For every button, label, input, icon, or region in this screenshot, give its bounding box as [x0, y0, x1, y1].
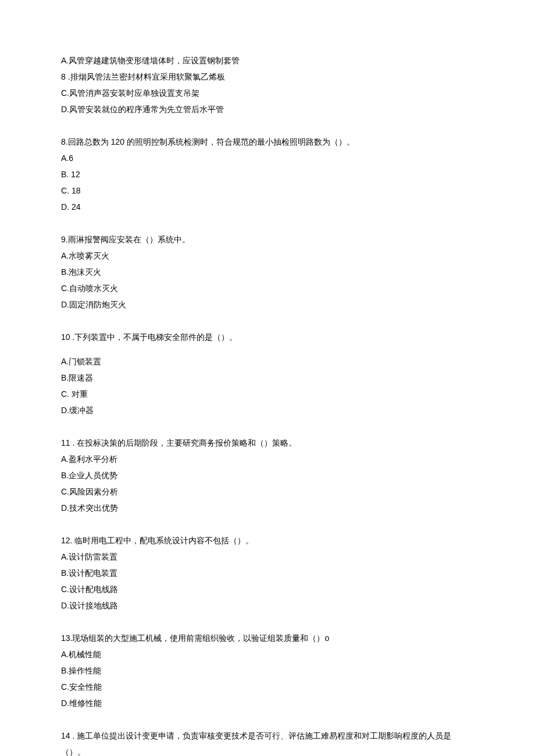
stem-prefix: 14: [61, 731, 70, 740]
option-d: D. 24: [61, 199, 474, 215]
option-d: D.设计接地线路: [61, 597, 474, 614]
option-d: D.维修性能: [61, 695, 474, 711]
option-a: A.水喷雾灭火: [61, 248, 474, 264]
option-b: B.企业人员优势: [61, 467, 474, 483]
option-a: A.盈利水平分析: [61, 451, 474, 467]
option-a: A.风管穿越建筑物变形缝墙体时，应设置钢制套管: [61, 52, 474, 69]
stem-prefix: 11: [61, 438, 70, 447]
question-10: 10 .下列装置中，不属于电梯安全部件的是（）。 A.门锁装置 B.限速器 C.…: [61, 329, 474, 418]
option-c: C.设计配电线路: [61, 581, 474, 597]
question-7-options: A.风管穿越建筑物变形缝墙体时，应设置钢制套管 8 .排烟风管法兰密封材料宜采用…: [61, 52, 474, 117]
option-a: A.6: [61, 150, 474, 166]
question-12: 12. 临时用电工程中，配电系统设计内容不包括（）。 A.设计防雷装置 B.设计…: [61, 532, 474, 614]
option-a: A.机械性能: [61, 646, 474, 662]
question-stem: 8.回路总数为 120 的照明控制系统检测时，符合规范的最小抽检照明路数为（）。: [61, 134, 474, 150]
option-b: B.设计配电装置: [61, 565, 474, 581]
option-c: C.风险因素分析: [61, 483, 474, 500]
question-8: 8.回路总数为 120 的照明控制系统检测时，符合规范的最小抽检照明路数为（）。…: [61, 134, 474, 215]
option-d: D.缓冲器: [61, 402, 474, 418]
option-b: B.泡沫灭火: [61, 264, 474, 280]
option-c: C. 18: [61, 182, 474, 199]
option-a: A.门锁装置: [61, 353, 474, 370]
question-stem: 10 .下列装置中，不属于电梯安全部件的是（）。: [61, 329, 474, 345]
question-stem: 13.现场组装的大型施工机械，使用前需组织验收，以验证组装质量和（）o: [61, 630, 474, 646]
option-b: B.限速器: [61, 370, 474, 386]
stem-text: . 施工单位提出设计变更申请，负责审核变更技术是否可行、评估施工难易程度和对工期…: [61, 731, 451, 756]
stem-prefix: 10: [61, 332, 70, 342]
question-13: 13.现场组装的大型施工机械，使用前需组织验收，以验证组装质量和（）o A.机械…: [61, 630, 474, 711]
question-stem: 14 . 施工单位提出设计变更申请，负责审核变更技术是否可行、评估施工难易程度和…: [61, 728, 474, 756]
option-b-prefix: 8: [61, 72, 66, 81]
option-c: C.自动喷水灭火: [61, 280, 474, 296]
option-c: C.风管消声器安装时应单独设置支吊架: [61, 85, 474, 101]
option-c: C. 对重: [61, 386, 474, 402]
option-b: B.操作性能: [61, 662, 474, 679]
question-stem: 9.雨淋报警阀应安装在（）系统中。: [61, 231, 474, 248]
option-d: D.技术突出优势: [61, 500, 474, 516]
option-a: A.设计防雷装置: [61, 549, 474, 565]
option-d: D.风管安装就位的程序通常为先立管后水平管: [61, 101, 474, 117]
question-stem: 11 . 在投标决策的后期阶段，主要研究商务报价策略和（）策略。: [61, 435, 474, 451]
option-b: 8 .排烟风管法兰密封材料宜采用软聚氯乙烯板: [61, 69, 474, 85]
question-14: 14 . 施工单位提出设计变更申请，负责审核变更技术是否可行、评估施工难易程度和…: [61, 728, 474, 756]
option-b: B. 12: [61, 166, 474, 182]
question-11: 11 . 在投标决策的后期阶段，主要研究商务报价策略和（）策略。 A.盈利水平分…: [61, 435, 474, 516]
spacer: [61, 345, 474, 353]
option-d: D.固定消防炮灭火: [61, 296, 474, 313]
option-c: C.安全性能: [61, 679, 474, 695]
question-9: 9.雨淋报警阀应安装在（）系统中。 A.水喷雾灭火 B.泡沫灭火 C.自动喷水灭…: [61, 231, 474, 313]
question-stem: 12. 临时用电工程中，配电系统设计内容不包括（）。: [61, 532, 474, 549]
option-b-text: .排烟风管法兰密封材料宜采用软聚氯乙烯板: [66, 72, 225, 81]
stem-text: . 在投标决策的后期阶段，主要研究商务报价策略和（）策略。: [70, 438, 297, 447]
stem-text: .下列装置中，不属于电梯安全部件的是（）。: [70, 332, 238, 342]
